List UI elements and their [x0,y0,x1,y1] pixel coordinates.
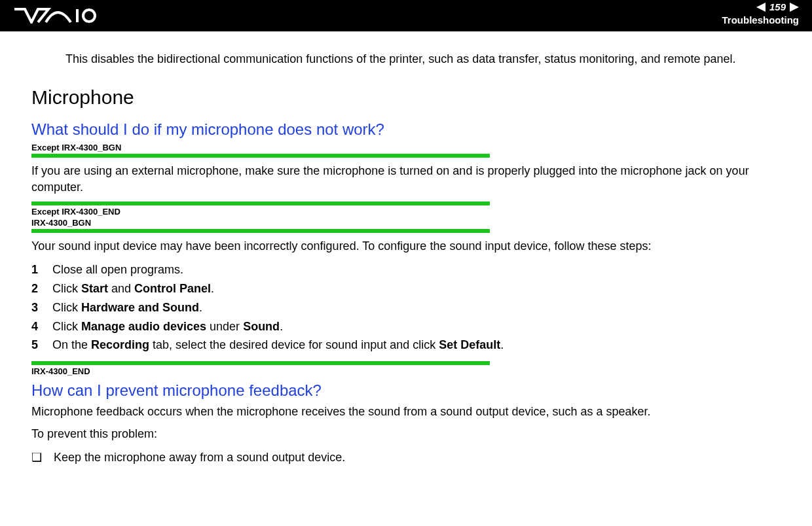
svg-point-1 [83,10,95,22]
bullet-mark-icon: ❑ [31,449,42,466]
paragraph-feedback-explain: Microphone feedback occurs when the micr… [31,404,781,419]
steps-list: 1 Close all open programs. 2 Click Start… [31,260,781,355]
vaio-logo [13,8,98,24]
heading-microphone: Microphone [31,86,781,109]
tag-irx-bgn: IRX-4300_BGN [31,218,781,228]
step-text: Click Manage audio devices under Sound. [52,317,781,336]
step-text: On the Recording tab, select the desired… [52,336,781,355]
step-text: Click Hardware and Sound. [52,298,781,317]
step-item: 1 Close all open programs. [31,260,781,279]
step-item: 3 Click Hardware and Sound. [31,298,781,317]
paragraph-external-mic: If you are using an external microphone,… [31,163,781,195]
step-text: Click Start and Control Panel. [52,279,781,298]
section-label: Troubleshooting [722,14,800,26]
next-page-arrow-icon[interactable] [790,3,799,12]
step-item: 5 On the Recording tab, select the desir… [31,336,781,355]
tag-except-end: Except IRX-4300_END [31,207,781,217]
divider-bar [31,229,490,233]
question-2: How can I prevent microphone feedback? [31,381,781,400]
step-number: 1 [31,260,41,279]
paragraph-prevent-intro: To prevent this problem: [31,426,781,442]
tag-irx-end: IRX-4300_END [31,366,781,376]
content-area: This disables the bidirectional communic… [0,31,812,480]
divider-bar [31,361,490,365]
paragraph-sound-config: Your sound input device may have been in… [31,238,781,254]
svg-rect-0 [76,9,79,22]
step-number: 4 [31,317,41,336]
prev-page-arrow-icon[interactable] [756,3,766,12]
tag-except-bgn: Except IRX-4300_BGN [31,143,781,152]
header-bar: 159 Troubleshooting [0,0,812,31]
page-number: 159 [769,1,786,12]
step-number: 2 [31,279,41,298]
divider-bar [31,154,490,158]
bullet-list: ❑ Keep the microphone away from a sound … [31,449,781,466]
step-item: 2 Click Start and Control Panel. [31,279,781,298]
page-indicator: 159 [756,1,799,12]
question-1: What should I do if my microphone does n… [31,120,781,139]
divider-bar [31,202,490,205]
step-item: 4 Click Manage audio devices under Sound… [31,317,781,336]
step-number: 3 [31,298,41,317]
intro-text: This disables the bidirectional communic… [65,51,781,67]
step-number: 5 [31,336,41,355]
step-text: Close all open programs. [52,260,781,279]
bullet-text: Keep the microphone away from a sound ou… [54,449,345,466]
bullet-item: ❑ Keep the microphone away from a sound … [31,449,781,466]
